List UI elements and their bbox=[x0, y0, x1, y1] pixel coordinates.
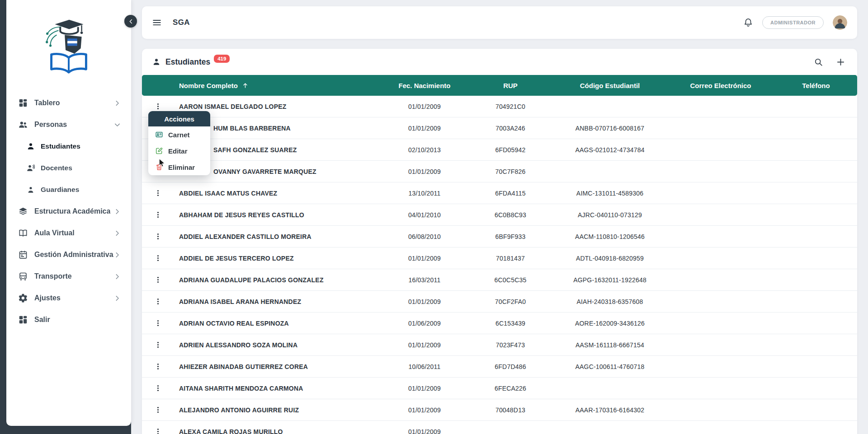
row-code: AIMC-131011-4589306 bbox=[553, 190, 666, 197]
row-actions-button[interactable] bbox=[142, 297, 174, 306]
chevron-right-icon bbox=[113, 229, 121, 237]
row-rup: 70048D13 bbox=[467, 406, 553, 414]
row-actions-button[interactable] bbox=[142, 254, 174, 262]
table-row[interactable]: HUM BLAS BARBERENA 01/01/2009 7003A246 A… bbox=[142, 117, 857, 139]
sidebar-item-personas[interactable]: Personas bbox=[6, 114, 131, 135]
students-table: Nombre Completo Fec. Nacimiento RUP Códi… bbox=[142, 75, 857, 434]
context-menu-item-editar[interactable]: Editar bbox=[148, 143, 210, 159]
row-actions-button[interactable] bbox=[142, 341, 174, 349]
row-name: ADDIEL DE JESUS TERCERO LOPEZ bbox=[174, 255, 382, 262]
chevron-right-icon bbox=[113, 294, 121, 302]
row-actions-button[interactable] bbox=[142, 319, 174, 327]
chevron-right-icon bbox=[113, 273, 121, 280]
people-icon bbox=[18, 120, 28, 130]
virtual-classroom-icon bbox=[18, 228, 28, 238]
chevron-down-icon bbox=[113, 121, 121, 129]
row-rup: 7023F473 bbox=[467, 341, 553, 349]
sidebar-item-guardianes[interactable]: Guardianes bbox=[6, 179, 131, 201]
table-row[interactable]: ADRIANA GUADALUPE PALACIOS GONZALEZ 16/0… bbox=[142, 269, 857, 291]
table-row[interactable]: AHIEZER ABINADAB GUTIERREZ COREA 10/06/2… bbox=[142, 356, 857, 378]
row-name: ALEXA CAMILA ROJAS MURILLO bbox=[174, 428, 382, 434]
row-actions-button[interactable] bbox=[142, 362, 174, 371]
kebab-icon bbox=[154, 297, 162, 306]
sidebar-item-estudiantes[interactable]: Estudiantes bbox=[6, 135, 131, 157]
table-row[interactable]: SAFH GONZALEZ SUAREZ 02/10/2013 6FD05942… bbox=[142, 139, 857, 161]
context-menu-item-carnet[interactable]: Carnet bbox=[148, 126, 210, 143]
column-header-telefono[interactable]: Teléfono bbox=[775, 82, 857, 89]
kebab-icon bbox=[154, 102, 162, 111]
role-badge[interactable]: ADMINISTRADOR bbox=[762, 16, 824, 29]
topbar: SGA ADMINISTRADOR bbox=[142, 6, 857, 39]
user-avatar[interactable] bbox=[833, 15, 847, 30]
sidebar-item-docentes[interactable]: Docentes bbox=[6, 157, 131, 179]
table-row[interactable]: AARON ISMAEL DELGADO LOPEZ 01/01/2009 70… bbox=[142, 96, 857, 117]
sidebar-item-salir[interactable]: Salir bbox=[6, 309, 131, 331]
kebab-icon bbox=[154, 189, 162, 197]
row-actions-button[interactable] bbox=[142, 189, 174, 197]
column-header-nombre-completo[interactable]: Nombre Completo bbox=[174, 82, 382, 89]
row-actions-button[interactable] bbox=[142, 427, 174, 434]
menu-toggle-button[interactable] bbox=[152, 18, 162, 28]
kebab-icon bbox=[154, 406, 162, 414]
sidebar-item-label: Gestión Administrativa bbox=[34, 251, 113, 259]
row-actions-button[interactable] bbox=[142, 275, 174, 284]
kebab-icon bbox=[154, 341, 162, 349]
table-actions bbox=[814, 57, 847, 67]
row-dob: 02/10/2013 bbox=[382, 146, 467, 154]
count-badge: 419 bbox=[214, 55, 230, 63]
app-logo bbox=[6, 0, 131, 90]
chevron-left-icon bbox=[127, 18, 134, 25]
table-row[interactable]: ADDIEL DE JESUS TERCERO LOPEZ 01/01/2009… bbox=[142, 247, 857, 269]
kebab-icon bbox=[154, 319, 162, 327]
column-header-rup[interactable]: RUP bbox=[467, 82, 553, 89]
context-menu-title: Acciones bbox=[148, 111, 210, 126]
table-row[interactable]: AITANA SHARITH MENDOZA CARMONA 01/01/200… bbox=[142, 378, 857, 399]
column-header-codigo-estudiantil[interactable]: Código Estudiantil bbox=[553, 82, 666, 89]
sort-ascending-icon bbox=[241, 82, 249, 89]
row-code: AGPG-1632011-1922648 bbox=[553, 276, 666, 284]
sidebar-item-gestion-administrativa[interactable]: Gestión Administrativa bbox=[6, 244, 131, 266]
sidebar-collapse-button[interactable] bbox=[124, 15, 137, 28]
row-actions-button[interactable] bbox=[142, 210, 174, 219]
trash-icon bbox=[155, 163, 163, 171]
table-row[interactable]: ALEJANDRO ANTONIO AGUIRRE RUIZ 01/01/200… bbox=[142, 399, 857, 421]
row-actions-button[interactable] bbox=[142, 406, 174, 414]
row-actions-button[interactable] bbox=[142, 384, 174, 392]
kebab-icon bbox=[154, 427, 162, 434]
plus-icon bbox=[836, 57, 845, 67]
table-row[interactable]: ABDIEL ISAAC MATUS CHAVEZ 13/10/2011 6FD… bbox=[142, 182, 857, 204]
row-rup: 6BF9F933 bbox=[467, 233, 553, 240]
add-student-button[interactable] bbox=[836, 57, 845, 67]
sidebar-item-aula-virtual[interactable]: Aula Virtual bbox=[6, 222, 131, 244]
sidebar-item-tablero[interactable]: Tablero bbox=[6, 92, 131, 114]
row-actions-button[interactable] bbox=[142, 102, 174, 111]
sidebar-item-label: Estructura Académica bbox=[34, 207, 110, 215]
sidebar-item-estructura-academica[interactable]: Estructura Académica bbox=[6, 201, 131, 222]
column-header-correo-electronico[interactable]: Correo Electrónico bbox=[666, 82, 775, 89]
row-code: AASM-161118-6667154 bbox=[553, 341, 666, 349]
table-row[interactable]: ALEXA CAMILA ROJAS MURILLO 01/01/2009 bbox=[142, 421, 857, 434]
search-button[interactable] bbox=[814, 57, 823, 67]
column-header-fec-nacimiento[interactable]: Fec. Nacimiento bbox=[382, 82, 467, 89]
table-row[interactable]: ADRIANA ISABEL ARANA HERNANDEZ 01/01/200… bbox=[142, 291, 857, 313]
sidebar-item-ajustes[interactable]: Ajustes bbox=[6, 287, 131, 309]
table-row[interactable]: ADDIEL ALEXANDER CASTILLO MOREIRA 06/08/… bbox=[142, 226, 857, 247]
row-dob: 01/01/2009 bbox=[382, 385, 467, 392]
row-rup: 7003A246 bbox=[467, 125, 553, 132]
row-name: ADRIANA ISABEL ARANA HERNANDEZ bbox=[174, 298, 382, 305]
table-row[interactable]: ADRIEN ALESSANDRO SOZA MOLINA 01/01/2009… bbox=[142, 334, 857, 356]
row-dob: 06/08/2010 bbox=[382, 233, 467, 240]
table-row[interactable]: OVANNY GAVARRETE MARQUEZ 01/01/2009 70C7… bbox=[142, 161, 857, 182]
sidebar-item-label: Estudiantes bbox=[41, 142, 80, 150]
row-name: ADRIANA GUADALUPE PALACIOS GONZALEZ bbox=[174, 276, 382, 284]
context-menu-item-eliminar[interactable]: Eliminar bbox=[148, 159, 210, 175]
row-actions-button[interactable] bbox=[142, 232, 174, 241]
table-row[interactable]: ABHAHAM DE JESUS REYES CASTILLO 04/01/20… bbox=[142, 204, 857, 226]
id-card-icon bbox=[155, 131, 163, 139]
sidebar-item-transporte[interactable]: Transporte bbox=[6, 266, 131, 287]
row-rup: 6FD7D486 bbox=[467, 363, 553, 370]
notifications-button[interactable] bbox=[743, 18, 753, 28]
table-row[interactable]: ADRIAN OCTAVIO REAL ESPINOZA 01/06/2009 … bbox=[142, 313, 857, 334]
row-rup: 6FD05942 bbox=[467, 146, 553, 154]
administration-icon bbox=[18, 250, 28, 260]
